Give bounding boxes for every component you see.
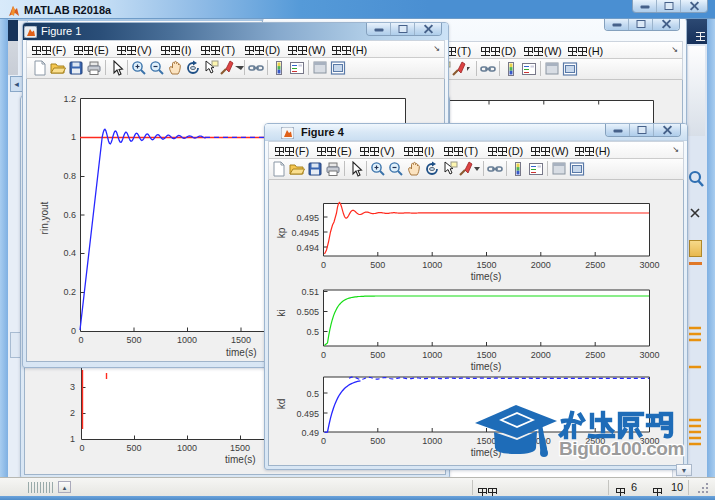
svg-text:1000: 1000 [422, 260, 442, 270]
svg-text:0.2: 0.2 [63, 287, 76, 297]
svg-text:1000: 1000 [422, 436, 442, 446]
svg-text:0.51: 0.51 [301, 287, 319, 297]
svg-text:500: 500 [126, 443, 141, 453]
svg-text:2: 2 [70, 408, 75, 418]
svg-text:0.495: 0.495 [296, 213, 319, 223]
svg-text:time(s): time(s) [226, 347, 257, 358]
svg-text:time(s): time(s) [471, 361, 502, 372]
svg-text:0.494: 0.494 [296, 243, 319, 253]
svg-text:rin,yout: rin,yout [39, 201, 50, 234]
svg-text:1500: 1500 [476, 260, 496, 270]
svg-text:0: 0 [321, 350, 326, 360]
svg-text:Biguo100.com: Biguo100.com [559, 438, 684, 459]
svg-text:500: 500 [370, 350, 385, 360]
svg-text:0: 0 [71, 326, 76, 336]
svg-text:1000: 1000 [177, 443, 197, 453]
svg-text:0.495: 0.495 [296, 409, 319, 419]
svg-text:1000: 1000 [177, 335, 197, 345]
svg-text:2000: 2000 [531, 260, 551, 270]
svg-text:0.5: 0.5 [306, 327, 319, 337]
svg-text:1000: 1000 [422, 350, 442, 360]
svg-text:3000: 3000 [639, 260, 659, 270]
svg-text:2000: 2000 [531, 350, 551, 360]
svg-text:kd: kd [276, 399, 287, 410]
svg-text:0: 0 [78, 335, 83, 345]
svg-text:1500: 1500 [231, 335, 251, 345]
svg-text:0: 0 [321, 436, 326, 446]
svg-text:1500: 1500 [476, 350, 496, 360]
svg-text:time(s): time(s) [225, 454, 256, 465]
svg-text:0.6: 0.6 [63, 210, 76, 220]
svg-text:3000: 3000 [639, 350, 659, 360]
svg-text:3: 3 [70, 382, 75, 392]
svg-text:kp: kp [276, 227, 287, 238]
svg-text:0: 0 [79, 443, 84, 453]
svg-text:1500: 1500 [230, 443, 250, 453]
svg-text:0.5: 0.5 [306, 389, 319, 399]
svg-text:0.4945: 0.4945 [291, 228, 319, 238]
svg-text:2500: 2500 [585, 350, 605, 360]
svg-text:0.8: 0.8 [63, 171, 76, 181]
svg-text:1: 1 [70, 434, 75, 444]
svg-text:0: 0 [321, 260, 326, 270]
svg-text:0.49: 0.49 [301, 428, 319, 438]
svg-text:500: 500 [370, 260, 385, 270]
svg-text:0.505: 0.505 [296, 307, 319, 317]
svg-text:0.4: 0.4 [63, 248, 76, 258]
svg-text:1: 1 [71, 132, 76, 142]
svg-text:ki: ki [276, 309, 287, 316]
svg-text:time(s): time(s) [471, 271, 502, 282]
svg-text:500: 500 [126, 335, 141, 345]
svg-text:2500: 2500 [585, 260, 605, 270]
svg-text:1.2: 1.2 [63, 94, 76, 104]
svg-text:500: 500 [370, 436, 385, 446]
